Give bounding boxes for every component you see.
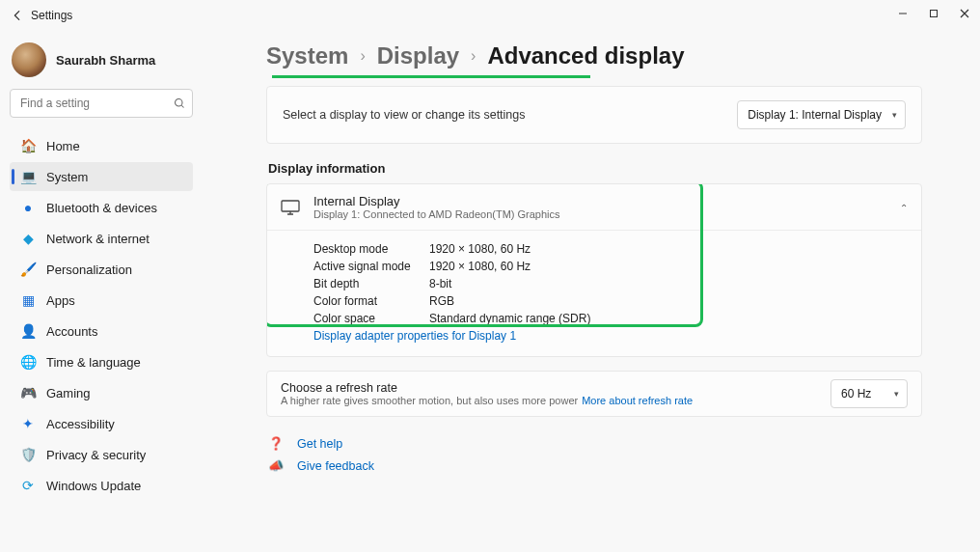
highlight-bar	[272, 75, 590, 78]
svg-rect-1	[931, 11, 938, 17]
nav-accessibility[interactable]: ✦Accessibility	[10, 409, 193, 438]
nav-time[interactable]: 🌐Time & language	[10, 347, 193, 376]
nav: 🏠Home 💻System ●Bluetooth & devices ◆Netw…	[10, 131, 193, 500]
selector-description: Select a display to view or change its s…	[283, 108, 526, 122]
shield-icon: 🛡️	[19, 447, 37, 462]
feedback-link[interactable]: Give feedback	[297, 459, 374, 473]
get-help-link[interactable]: Get help	[297, 437, 342, 451]
nav-personalization[interactable]: 🖌️Personalization	[10, 255, 193, 284]
refresh-rate-dropdown[interactable]: 60 Hz ▾	[830, 379, 908, 408]
titlebar: Settings	[0, 0, 980, 31]
display-select-dropdown[interactable]: Display 1: Internal Display ▾	[737, 100, 906, 129]
apps-icon: ▦	[19, 292, 37, 308]
chevron-right-icon: ›	[360, 47, 365, 65]
bluetooth-icon: ●	[19, 200, 37, 215]
update-icon: ⟳	[19, 478, 37, 493]
search-icon	[174, 97, 185, 109]
wifi-icon: ◆	[19, 231, 37, 246]
row-bit-depth: Bit depth8-bit	[313, 275, 908, 292]
info-header[interactable]: Internal Display Display 1: Connected to…	[267, 184, 921, 230]
breadcrumb-system[interactable]: System	[266, 42, 348, 69]
svg-point-2	[176, 99, 183, 107]
row-active-signal: Active signal mode1920 × 1080, 60 Hz	[313, 258, 908, 275]
row-desktop-mode: Desktop mode1920 × 1080, 60 Hz	[313, 240, 908, 258]
breadcrumb-display[interactable]: Display	[377, 42, 459, 69]
nav-label: Personalization	[46, 262, 132, 277]
arrow-left-icon	[11, 9, 24, 22]
nav-label: Windows Update	[46, 479, 141, 493]
chevron-down-icon: ▾	[892, 110, 897, 120]
page-title: Advanced display	[487, 42, 684, 69]
sidebar: Saurabh Sharma 🏠Home 💻System ●Bluetooth …	[0, 31, 203, 552]
nav-gaming[interactable]: 🎮Gaming	[10, 378, 193, 407]
help-links: ❓ Get help 📣 Give feedback	[266, 436, 922, 473]
user-name: Saurabh Sharma	[56, 53, 155, 68]
window-controls	[887, 0, 980, 27]
row-color-space: Color spaceStandard dynamic range (SDR)	[313, 310, 908, 327]
home-icon: 🏠	[19, 138, 37, 153]
info-body: Desktop mode1920 × 1080, 60 Hz Active si…	[267, 230, 921, 356]
nav-label: Gaming	[46, 386, 91, 400]
breadcrumb: System › Display › Advanced display	[266, 42, 922, 69]
nav-label: Accounts	[46, 324, 97, 339]
system-icon: 💻	[19, 169, 37, 184]
nav-update[interactable]: ⟳Windows Update	[10, 471, 193, 500]
adapter-properties-link[interactable]: Display adapter properties for Display 1	[313, 329, 516, 343]
nav-label: Accessibility	[46, 417, 115, 431]
user-row[interactable]: Saurabh Sharma	[10, 39, 193, 89]
row-color-format: Color formatRGB	[313, 292, 908, 310]
refresh-sub: A higher rate gives smoother motion, but…	[281, 395, 578, 406]
refresh-rate-card: Choose a refresh rate A higher rate give…	[266, 371, 922, 417]
globe-icon: 🌐	[19, 354, 37, 370]
window-title: Settings	[31, 9, 72, 22]
nav-system[interactable]: 💻System	[10, 162, 193, 191]
dropdown-value: 60 Hz	[841, 387, 871, 400]
display-name: Internal Display	[313, 194, 560, 208]
nav-home[interactable]: 🏠Home	[10, 131, 193, 160]
nav-label: Privacy & security	[46, 448, 146, 462]
nav-label: Apps	[46, 293, 75, 308]
nav-label: Network & internet	[46, 232, 150, 246]
back-button[interactable]	[8, 9, 27, 22]
nav-label: Bluetooth & devices	[46, 201, 157, 215]
refresh-more-link[interactable]: More about refresh rate	[582, 395, 693, 406]
nav-accounts[interactable]: 👤Accounts	[10, 317, 193, 345]
gaming-icon: 🎮	[19, 385, 37, 400]
close-button[interactable]	[949, 0, 980, 27]
monitor-icon	[281, 200, 302, 215]
chevron-down-icon: ▾	[894, 389, 899, 399]
feedback-icon: 📣	[268, 458, 284, 473]
display-selector-card: Select a display to view or change its s…	[266, 86, 922, 144]
nav-apps[interactable]: ▦Apps	[10, 286, 193, 315]
search-wrap	[10, 89, 193, 118]
avatar	[12, 42, 46, 77]
maximize-icon	[929, 9, 939, 18]
nav-label: System	[46, 170, 88, 184]
nav-label: Home	[46, 139, 80, 153]
accessibility-icon: ✦	[19, 416, 37, 431]
nav-network[interactable]: ◆Network & internet	[10, 224, 193, 253]
svg-rect-4	[282, 201, 299, 211]
maximize-button[interactable]	[918, 0, 949, 27]
brush-icon: 🖌️	[19, 262, 37, 277]
nav-label: Time & language	[46, 355, 141, 370]
svg-line-3	[181, 105, 183, 107]
display-info-card: Internal Display Display 1: Connected to…	[266, 183, 922, 357]
dropdown-value: Display 1: Internal Display	[748, 108, 882, 122]
minimize-icon	[898, 9, 908, 18]
person-icon: 👤	[19, 323, 37, 339]
search-input[interactable]	[10, 89, 193, 118]
section-title: Display information	[268, 161, 922, 176]
chevron-up-icon: ⌃	[900, 202, 908, 212]
display-sub: Display 1: Connected to AMD Radeon(TM) G…	[313, 208, 560, 220]
nav-privacy[interactable]: 🛡️Privacy & security	[10, 440, 193, 469]
help-icon: ❓	[268, 436, 284, 451]
content: System › Display › Advanced display Sele…	[203, 31, 980, 552]
refresh-title: Choose a refresh rate	[281, 381, 693, 395]
close-icon	[960, 9, 969, 18]
nav-bluetooth[interactable]: ●Bluetooth & devices	[10, 193, 193, 222]
minimize-button[interactable]	[887, 0, 918, 27]
chevron-right-icon: ›	[471, 47, 476, 65]
